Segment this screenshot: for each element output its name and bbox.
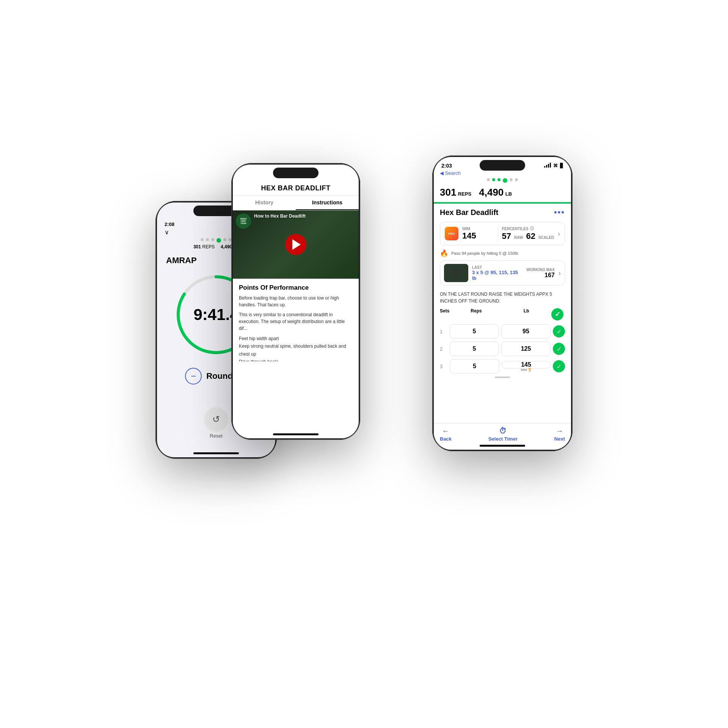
set-row-1: 1 5 95 ✓ bbox=[434, 323, 571, 340]
set-row-2: 2 5 125 ✓ bbox=[434, 340, 571, 358]
set-check-1[interactable]: ✓ bbox=[553, 325, 565, 337]
timer-label: Select Timer bbox=[488, 436, 518, 442]
instruction-text: ON THE LAST ROUND RAISE THE WEIGHTS appx… bbox=[434, 289, 571, 308]
set-reps-1[interactable]: 5 bbox=[450, 324, 499, 339]
video-thumbnail[interactable]: DREESPERFTRAIN How to Hex Bar Deadlift bbox=[233, 210, 359, 279]
hex-content: Points Of Performance Before loading tra… bbox=[233, 279, 359, 361]
scene: 2:08 ✈ ∨ 301 REPS 4,490 LB AMRAP bbox=[155, 155, 573, 573]
hex-tabs: History Instructions bbox=[233, 196, 359, 210]
detail-dots bbox=[434, 178, 571, 183]
pass-row: 🔥 Pass 94 people by hitting 5 @ 150lb bbox=[440, 249, 565, 257]
tab-history[interactable]: History bbox=[233, 196, 296, 210]
pr-icon: PRO bbox=[445, 227, 458, 240]
set-lb-1[interactable]: 95 bbox=[501, 324, 551, 339]
set-lb-3-container: 145 5RM 🏆 bbox=[502, 361, 551, 372]
set-num-1: 1 bbox=[440, 329, 447, 334]
pass-text: Pass 94 people by hitting 5 @ 150lb bbox=[451, 251, 518, 256]
pr-data: 5RM 145 bbox=[462, 227, 494, 241]
set-reps-2[interactable]: 5 bbox=[450, 342, 499, 356]
detail-lb: 4,490 LB bbox=[479, 187, 512, 198]
back-button[interactable]: ← Back bbox=[440, 427, 452, 442]
tab-instructions[interactable]: Instructions bbox=[296, 196, 359, 210]
play-button[interactable] bbox=[285, 234, 306, 255]
reset-circle: ↺ bbox=[204, 407, 228, 431]
amrap-time: 2:08 bbox=[165, 221, 174, 227]
set-check-3[interactable]: ✓ bbox=[553, 360, 565, 372]
dot-4-active bbox=[217, 238, 221, 243]
last-data: LAST 3 x 5 @ 95, 115, 135 lb bbox=[472, 265, 523, 281]
amrap-chevron[interactable]: ∨ bbox=[157, 229, 169, 236]
last-video-thumbnail bbox=[444, 264, 468, 282]
last-arrow[interactable]: › bbox=[559, 269, 561, 277]
pr-card: PRO 5RM 145 PERCENTILES ⓘ 57 bbox=[440, 222, 565, 245]
exercise-header: Hex Bar Deadlift ••• bbox=[434, 207, 571, 222]
hex-screen-container: HEX BAR DEADLIFT History Instructions DR… bbox=[233, 165, 359, 438]
next-button[interactable]: → Next bbox=[554, 427, 565, 442]
check-col: ✓ bbox=[551, 308, 565, 320]
reps-col-label: Reps bbox=[451, 308, 501, 320]
last-card[interactable]: LAST 3 x 5 @ 95, 115, 135 lb WORKING MAX… bbox=[440, 260, 565, 286]
detail-time: 2:03 bbox=[441, 163, 452, 169]
play-icon bbox=[292, 239, 301, 250]
set-reps-3[interactable]: 5 bbox=[450, 359, 499, 373]
exercise-name: Hex Bar Deadlift bbox=[440, 208, 499, 217]
set-row-3: 3 5 145 5RM 🏆 ✓ bbox=[434, 358, 571, 375]
rounds-decrement[interactable]: − bbox=[185, 368, 202, 384]
phone-right: 2:03 ⌘ ▊ bbox=[432, 155, 573, 451]
detail-dot-4 bbox=[503, 178, 507, 183]
phone-mid: HEX BAR DEADLIFT History Instructions DR… bbox=[231, 163, 360, 440]
point-1: Feet hip width apart bbox=[239, 335, 353, 342]
sets-col-label: Sets bbox=[440, 308, 451, 320]
timer-icon: ⏱ bbox=[499, 427, 507, 435]
back-label: Back bbox=[440, 436, 452, 442]
detail-dot-6 bbox=[515, 178, 518, 181]
detail-status-bar: 2:03 ⌘ ▊ bbox=[434, 157, 571, 170]
header-check: ✓ bbox=[551, 308, 563, 320]
pr-percentiles: PERCENTILES ⓘ 57 RAW 62 SCALED bbox=[502, 226, 554, 241]
set-check-2[interactable]: ✓ bbox=[553, 343, 565, 355]
home-bar-mid bbox=[273, 433, 318, 435]
set-num-3: 3 bbox=[440, 364, 447, 369]
info-icon[interactable]: ⓘ bbox=[530, 226, 534, 231]
point-2: Keep strong neutral spine, shoulders pul… bbox=[239, 342, 353, 358]
set-badge-3: 5RM 🏆 bbox=[521, 369, 532, 372]
reset-label: Reset bbox=[210, 433, 223, 439]
set-lb-3[interactable]: 145 bbox=[502, 361, 551, 369]
detail-nav[interactable]: ◀ Search bbox=[434, 170, 571, 178]
dot-5 bbox=[223, 238, 226, 241]
points-text2: This is very similar to a conventional d… bbox=[239, 311, 353, 332]
detail-reps: 301 REPS bbox=[440, 187, 471, 198]
home-bar-left bbox=[193, 452, 239, 454]
detail-screen-container: 2:03 ⌘ ▊ bbox=[434, 157, 571, 450]
hex-title: HEX BAR DEADLIFT bbox=[233, 181, 359, 196]
pr-arrow[interactable]: › bbox=[558, 230, 560, 238]
bottom-nav: ← Back ⏱ Select Timer → Next bbox=[434, 423, 571, 445]
select-timer-button[interactable]: ⏱ Select Timer bbox=[488, 427, 518, 442]
amrap-reps: 301 REPS bbox=[193, 244, 215, 249]
signal-icon bbox=[544, 162, 551, 169]
amrap-label: AMRAP bbox=[157, 256, 197, 265]
detail-dot-3 bbox=[497, 178, 500, 181]
fire-icon: 🔥 bbox=[440, 249, 448, 257]
amrap-dots bbox=[201, 238, 232, 243]
svg-point-3 bbox=[452, 268, 460, 278]
more-button[interactable]: ••• bbox=[554, 207, 565, 217]
detail-stats: 301 REPS 4,490 LB bbox=[434, 187, 571, 202]
working-data: WORKING MAX 167 bbox=[527, 268, 555, 279]
home-bar-right bbox=[480, 445, 525, 447]
detail-dot-1 bbox=[487, 178, 490, 181]
status-icons: ⌘ ▊ bbox=[544, 162, 563, 169]
sets-header: Sets Reps Lb ✓ bbox=[434, 308, 571, 323]
dot-1 bbox=[201, 238, 204, 241]
next-label: Next bbox=[554, 436, 565, 442]
back-nav-text: ◀ Search bbox=[440, 170, 461, 176]
points-text1: Before loading trap bar, choose to use l… bbox=[239, 295, 353, 308]
video-badge: DREESPERFTRAIN bbox=[236, 213, 251, 229]
set-lb-2[interactable]: 125 bbox=[501, 342, 551, 356]
lb-col-label: Lb bbox=[501, 308, 551, 320]
hex-screen: HEX BAR DEADLIFT History Instructions DR… bbox=[233, 165, 359, 438]
reset-button[interactable]: ↺ Reset bbox=[204, 407, 228, 439]
set-num-2: 2 bbox=[440, 346, 447, 352]
pr-perc-values: 57 RAW 62 SCALED bbox=[502, 231, 554, 241]
detail-dot-2 bbox=[492, 178, 495, 181]
